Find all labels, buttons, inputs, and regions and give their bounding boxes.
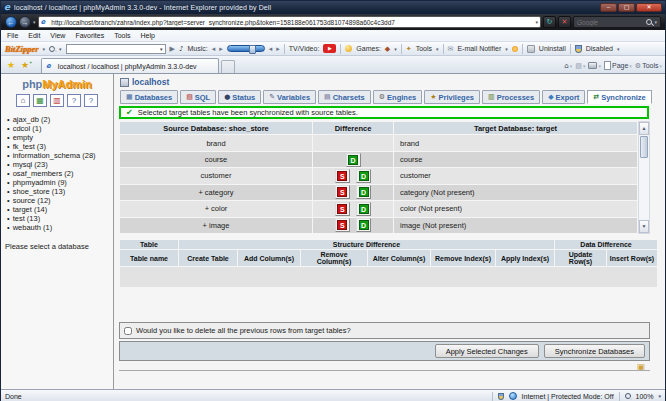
print-button[interactable]: ▾ (588, 62, 601, 69)
db-item-target[interactable]: target (14) (7, 205, 113, 214)
tab-favicon: e (46, 62, 51, 71)
scroll-up-icon[interactable]: ▲ (639, 122, 649, 135)
menu-favorites[interactable]: Favorites (75, 32, 104, 39)
data-diff-button[interactable]: D (356, 185, 371, 199)
search-dropdown-icon[interactable]: ▾ (654, 19, 657, 25)
home-icon[interactable]: ⌂ (16, 94, 30, 107)
tab-privileges[interactable]: ★Privileges (424, 90, 480, 104)
sql-window-icon[interactable]: ▥ (50, 94, 64, 107)
query-window-icon[interactable]: ? (67, 94, 81, 107)
data-diff-button[interactable]: D (356, 202, 371, 216)
bitzipper-logo[interactable]: BitZipper (5, 44, 39, 54)
data-diff-button[interactable]: D (356, 169, 371, 183)
db-item-source[interactable]: source (12) (7, 196, 113, 205)
minimize-button[interactable]: – (600, 3, 617, 12)
db-item-webauth[interactable]: webauth (1) (7, 223, 113, 232)
tab-charsets[interactable]: ▤Charsets (318, 90, 371, 104)
url-dropdown-icon[interactable]: ▾ (535, 19, 538, 25)
menu-edit[interactable]: Edit (28, 32, 40, 39)
forward-button[interactable]: → (19, 16, 31, 28)
synchronize-databases-button[interactable]: Synchronize Databases (544, 344, 645, 358)
docs-icon[interactable]: ? (84, 94, 98, 107)
youtube-icon[interactable]: ▶ (323, 44, 336, 53)
tab-synchronize[interactable]: ⇄Synchronize (587, 90, 651, 104)
tools-menu-button[interactable]: ⚙Tools▾ (635, 62, 662, 70)
search-input[interactable] (577, 19, 644, 26)
disabled-dropdown-icon[interactable]: ▾ (617, 46, 620, 52)
tab-processes[interactable]: ▥Processes (482, 90, 540, 104)
play-icon[interactable]: ▶ (170, 45, 175, 53)
db-item-cdcol[interactable]: cdcol (1) (7, 124, 113, 133)
logout-icon[interactable]: ▦ (33, 94, 47, 107)
email-notifier-button[interactable]: E-mail Notifier (457, 45, 501, 52)
sync-scrollbar[interactable]: ▲ ▼ (638, 121, 650, 234)
feeds-button[interactable]: ▨▾ (575, 62, 585, 70)
scrollbar-thumb[interactable] (640, 136, 648, 158)
db-item-fk_test[interactable]: fk_test (3) (7, 142, 113, 151)
games-label[interactable]: Games: (356, 45, 381, 52)
menu-help[interactable]: Help (141, 32, 155, 39)
toolbar-combobox[interactable]: ▾ (66, 44, 166, 54)
browser-tab[interactable]: e localhost / localhost | phpMyAdmin 3.3… (41, 58, 219, 73)
sync-row-color: + color S D color (Not present) (120, 201, 637, 216)
email-dropdown-icon[interactable]: ▾ (505, 46, 508, 52)
tab-export[interactable]: ◆Export (542, 90, 585, 104)
new-tab-button[interactable] (221, 60, 235, 73)
data-diff-button[interactable]: D (346, 153, 361, 167)
tools-dropdown-icon[interactable]: ▾ (436, 46, 439, 52)
tab-sql[interactable]: ▧SQL (180, 90, 216, 104)
prev-track-icon[interactable]: ◂ (212, 45, 216, 53)
next-track-icon[interactable]: ▸ (219, 45, 223, 53)
home-button[interactable]: ⌂▾ (564, 62, 572, 70)
db-item-test[interactable]: test (13) (7, 214, 113, 223)
games-dropdown-icon[interactable]: ▾ (394, 46, 397, 52)
disabled-button[interactable]: Disabled (586, 45, 613, 52)
volume-down-icon[interactable]: ◂ (269, 45, 273, 53)
url-input[interactable] (51, 19, 533, 26)
menu-tools[interactable]: Tools (114, 32, 130, 39)
page-menu-button[interactable]: Page▾ (604, 61, 632, 70)
history-dropdown-icon[interactable]: ▾ (33, 19, 36, 25)
db-item-ajax_db[interactable]: ajax_db (2) (7, 115, 113, 124)
add-favorite-icon[interactable]: ★+ (21, 59, 32, 70)
data-diff-button[interactable]: D (356, 218, 371, 232)
menu-file[interactable]: File (7, 32, 18, 39)
menu-view[interactable]: View (50, 32, 65, 39)
zoom-level[interactable]: 100% (636, 393, 654, 400)
db-item-empty[interactable]: empty (7, 133, 113, 142)
structure-diff-button[interactable]: S (335, 169, 350, 183)
tools-button[interactable]: Tools (416, 45, 432, 52)
tv-video-label[interactable]: TV/Video: (289, 45, 320, 52)
tab-variables[interactable]: ✎Variables (263, 90, 316, 104)
toolbar-search-icon[interactable] (49, 46, 55, 52)
apply-selected-changes-button[interactable]: Apply Selected Changes (435, 344, 539, 358)
tab-status[interactable]: ●Status (218, 90, 261, 104)
close-button[interactable]: ✕ (636, 3, 662, 12)
zoom-icon[interactable] (625, 393, 631, 399)
stop-button[interactable]: ✕ (558, 16, 571, 28)
scroll-down-icon[interactable]: ▼ (639, 220, 649, 233)
volume-up-icon[interactable]: ▸ (276, 45, 280, 53)
bitzipper-dropdown-icon[interactable]: ▾ (43, 46, 46, 52)
tab-engines[interactable]: ⚙Engines (373, 90, 422, 104)
toolbar-search-dropdown-icon[interactable]: ▾ (59, 46, 62, 52)
back-button[interactable]: ← (5, 16, 17, 28)
game-die-icon[interactable]: ◆ (385, 45, 390, 53)
db-item-information_schema[interactable]: information_schema (28) (7, 151, 113, 160)
db-item-osaf_members[interactable]: osaf_members (2) (7, 169, 113, 178)
search-icon[interactable] (646, 19, 652, 25)
zoom-dropdown-icon[interactable]: ▾ (658, 393, 661, 399)
favorites-icon[interactable]: ★ (7, 60, 15, 70)
structure-diff-button[interactable]: S (335, 202, 350, 216)
db-item-shoe_store[interactable]: shoe_store (13) (7, 187, 113, 196)
refresh-button[interactable]: ↻ (543, 16, 556, 28)
maximize-button[interactable]: ▢ (618, 3, 635, 12)
delete-rows-checkbox[interactable] (124, 327, 132, 335)
uninstall-button[interactable]: Uninstall (539, 45, 566, 52)
db-item-mysql[interactable]: mysql (23) (7, 160, 113, 169)
tab-databases[interactable]: ▦Databases (120, 90, 178, 104)
structure-diff-button[interactable]: S (335, 218, 350, 232)
structure-diff-button[interactable]: S (335, 185, 350, 199)
volume-slider[interactable] (227, 45, 265, 52)
db-item-phpmyadmin[interactable]: phpmyadmin (9) (7, 178, 113, 187)
